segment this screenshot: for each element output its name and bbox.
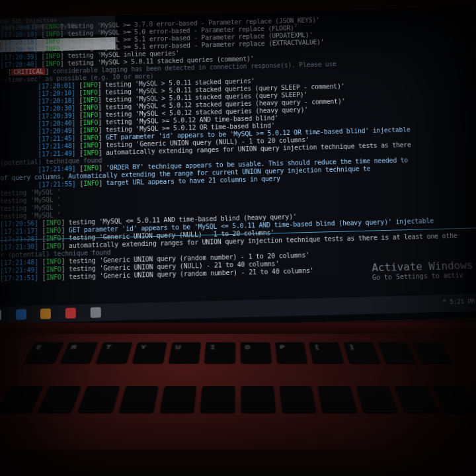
timestamp: [17:20:40] xyxy=(1,61,38,69)
log-level: INFO xyxy=(45,23,60,30)
key: [ xyxy=(309,342,344,363)
timestamp: [17:21:45] xyxy=(38,135,75,143)
key: R xyxy=(60,342,99,363)
log-level: INFO xyxy=(45,60,60,67)
key xyxy=(280,385,317,411)
laptop-screen: sqlmap SQL Injection the back-end DBMS i… xyxy=(0,7,476,331)
key xyxy=(79,385,120,411)
log-level: INFO xyxy=(83,180,99,187)
key: U xyxy=(169,342,201,363)
timestamp: [17:21:48] xyxy=(38,142,75,150)
key xyxy=(317,385,356,411)
key: I xyxy=(205,342,235,363)
windows-activation-watermark: Activate Windows Go to Settings to activ xyxy=(372,259,473,282)
log-level: INFO xyxy=(46,243,61,250)
key-label: P xyxy=(279,344,285,350)
laptop-hinge xyxy=(0,323,476,335)
critical-badge: CRITICAL xyxy=(11,68,45,76)
key xyxy=(412,342,452,363)
laptop-keyboard-deck: E R T Y U I O P [ ] xyxy=(0,334,476,450)
timestamp: [17:21:51] xyxy=(0,274,38,282)
key xyxy=(241,385,276,411)
timestamp: [17:21:49] xyxy=(38,150,75,158)
keyboard: E R T Y U I O P [ ] xyxy=(0,342,476,436)
timestamp: [17:20:18] xyxy=(38,97,75,105)
key xyxy=(356,385,397,411)
start-icon[interactable] xyxy=(0,309,1,320)
log-level: INFO xyxy=(46,219,61,226)
log-level: INFO xyxy=(45,30,60,38)
key xyxy=(0,385,44,411)
log-level: INFO xyxy=(46,258,61,265)
timestamp: [17:20:39] xyxy=(38,112,75,120)
timestamp: [17:21:49] xyxy=(0,266,38,274)
timestamp: [17:20:30] xyxy=(1,46,38,54)
taskbar-icon[interactable] xyxy=(40,309,51,319)
log-level: INFO xyxy=(83,89,98,97)
key-label: I xyxy=(210,344,216,350)
taskbar-icon[interactable] xyxy=(90,307,100,318)
key-label: [ xyxy=(313,344,320,350)
key xyxy=(432,385,476,411)
log-level: INFO xyxy=(83,134,99,141)
system-tray[interactable]: ^ 5:21 PM xyxy=(442,298,475,305)
timestamp: [17:21:55] xyxy=(38,180,76,188)
key-label: T xyxy=(104,344,112,350)
timestamp: [17:20:01] xyxy=(1,24,38,32)
log-level: INFO xyxy=(83,141,99,149)
log-level: INFO xyxy=(46,274,61,281)
key: E xyxy=(24,342,64,363)
timestamp: [17:20:40] xyxy=(38,120,75,128)
key-label: E xyxy=(34,344,43,350)
taskbar-icon[interactable] xyxy=(65,308,76,319)
log-level: INFO xyxy=(83,112,98,119)
key: ] xyxy=(344,342,380,363)
key: O xyxy=(241,342,271,363)
key xyxy=(200,385,235,411)
key-label: U xyxy=(175,344,181,350)
key-label: ] xyxy=(348,344,355,350)
key: Y xyxy=(132,342,167,363)
log-level: INFO xyxy=(45,53,60,60)
log-level: INFO xyxy=(83,126,99,134)
key xyxy=(377,342,416,363)
key-label: R xyxy=(69,344,77,350)
timestamp: [17:20:49] xyxy=(38,127,75,135)
log-level: INFO xyxy=(83,81,98,89)
timestamp: [17:20:18] xyxy=(1,38,38,46)
timestamp: [17:20:10] xyxy=(1,31,38,39)
log-level: INFO xyxy=(83,119,98,126)
key: T xyxy=(96,342,132,363)
key xyxy=(160,385,197,411)
timestamp: [17:20:01] xyxy=(38,82,75,90)
key: P xyxy=(275,342,307,363)
key xyxy=(38,385,82,411)
key-label: O xyxy=(245,344,250,350)
taskbar-icon[interactable] xyxy=(16,309,26,319)
key xyxy=(394,385,438,411)
timestamp: [17:20:56] xyxy=(0,219,38,227)
log-level: INFO xyxy=(83,104,98,111)
timestamp: [17:21:17] xyxy=(0,227,38,235)
log-level: INFO xyxy=(83,149,99,157)
timestamp: [17:21:30] xyxy=(0,243,38,251)
log-level: INFO xyxy=(46,266,61,273)
key-label: Y xyxy=(139,344,147,350)
timestamp: [17:21:49] xyxy=(38,165,75,173)
key xyxy=(119,385,158,411)
photo-of-laptop: sqlmap SQL Injection the back-end DBMS i… xyxy=(0,0,476,476)
timestamp: [17:20:10] xyxy=(38,89,75,97)
log-level: INFO xyxy=(83,97,98,104)
timestamp: [17:20:39] xyxy=(1,54,38,61)
timestamp: [17:20:30] xyxy=(38,104,75,112)
log-level: INFO xyxy=(45,38,60,45)
timestamp: [17:21:48] xyxy=(0,258,38,266)
log-level: INFO xyxy=(46,227,61,234)
log-level: INFO xyxy=(83,165,99,172)
log-level: INFO xyxy=(45,45,60,52)
